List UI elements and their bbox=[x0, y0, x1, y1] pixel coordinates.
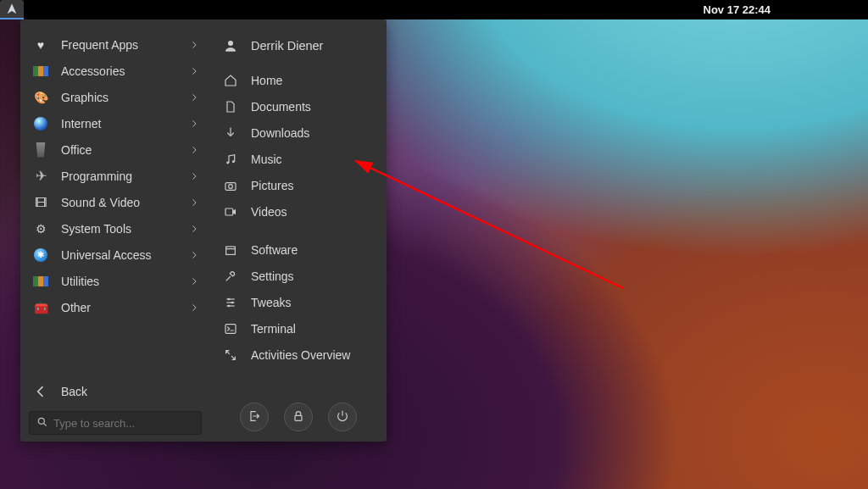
svg-rect-16 bbox=[225, 324, 236, 333]
place-documents[interactable]: Documents bbox=[214, 93, 383, 119]
item-label: Tweaks bbox=[251, 296, 291, 309]
category-other[interactable]: 🧰Other bbox=[24, 294, 207, 320]
category-label: Universal Access bbox=[61, 248, 152, 262]
svg-point-14 bbox=[231, 301, 234, 303]
category-universal-access[interactable]: Universal Access bbox=[24, 242, 207, 268]
svg-point-2 bbox=[228, 41, 233, 46]
category-label: Internet bbox=[61, 117, 101, 131]
doc-icon bbox=[222, 98, 239, 115]
svg-point-4 bbox=[232, 160, 235, 163]
user-name: Derrik Diener bbox=[251, 39, 323, 53]
user-row[interactable]: Derrik Diener bbox=[214, 31, 383, 60]
activities-button[interactable] bbox=[0, 0, 24, 19]
system-tweaks[interactable]: Tweaks bbox=[214, 289, 383, 315]
place-videos[interactable]: Videos bbox=[214, 198, 383, 225]
svg-point-3 bbox=[226, 161, 229, 164]
sliders-icon bbox=[222, 294, 239, 311]
power-icon bbox=[336, 409, 349, 425]
video-icon bbox=[222, 203, 239, 220]
category-programming[interactable]: ✈Programming bbox=[24, 163, 207, 189]
logout-icon bbox=[248, 409, 261, 425]
category-label: Sound & Video bbox=[61, 196, 140, 209]
item-label: Videos bbox=[251, 205, 287, 219]
category-internet[interactable]: Internet bbox=[24, 110, 207, 136]
swatch-icon bbox=[32, 63, 49, 80]
svg-rect-8 bbox=[226, 247, 236, 254]
chevron-right-icon bbox=[190, 38, 198, 52]
camera-icon bbox=[222, 177, 239, 194]
category-utilities[interactable]: Utilities bbox=[24, 268, 207, 294]
globe-icon bbox=[32, 115, 49, 132]
user-icon bbox=[222, 37, 239, 54]
item-label: Activities Overview bbox=[251, 348, 350, 362]
category-frequent-apps[interactable]: ♥Frequent Apps bbox=[24, 31, 207, 58]
wrench-icon bbox=[222, 268, 239, 285]
heart-icon: ♥ bbox=[32, 36, 49, 53]
svg-point-15 bbox=[228, 304, 231, 307]
category-graphics[interactable]: 🎨Graphics bbox=[24, 84, 207, 110]
chevron-right-icon bbox=[190, 222, 198, 236]
chevron-right-icon bbox=[190, 301, 198, 314]
clock[interactable]: Nov 17 22:44 bbox=[704, 3, 771, 16]
svg-line-1 bbox=[44, 423, 47, 425]
palette-icon: 🎨 bbox=[32, 89, 49, 106]
place-music[interactable]: Music bbox=[214, 146, 383, 172]
expand-icon bbox=[222, 347, 239, 364]
item-label: Terminal bbox=[251, 322, 296, 336]
places-column: Derrik Diener HomeDocumentsDownloadsMusi… bbox=[210, 19, 387, 442]
place-home[interactable]: Home bbox=[214, 67, 383, 93]
chevron-right-icon bbox=[190, 169, 198, 183]
item-label: Home bbox=[251, 74, 282, 87]
svg-rect-5 bbox=[225, 182, 236, 190]
back-button[interactable]: Back bbox=[24, 377, 207, 406]
chevron-right-icon bbox=[190, 196, 198, 209]
item-label: Downloads bbox=[251, 126, 309, 140]
ua-icon bbox=[32, 247, 49, 264]
search-box[interactable] bbox=[29, 411, 202, 435]
svg-point-0 bbox=[38, 418, 44, 424]
bin-icon bbox=[32, 142, 49, 158]
item-label: Documents bbox=[251, 100, 311, 114]
category-column: ♥Frequent AppsAccessories🎨GraphicsIntern… bbox=[20, 19, 210, 442]
place-downloads[interactable]: Downloads bbox=[214, 119, 383, 146]
category-label: Graphics bbox=[61, 91, 108, 104]
down-icon bbox=[222, 125, 239, 142]
lock-button[interactable] bbox=[284, 403, 313, 431]
item-label: Settings bbox=[251, 270, 294, 283]
search-input[interactable] bbox=[53, 417, 194, 430]
category-office[interactable]: Office bbox=[24, 136, 207, 163]
svg-point-6 bbox=[229, 184, 233, 188]
svg-rect-17 bbox=[295, 415, 302, 420]
category-sound-video[interactable]: 🎞Sound & Video bbox=[24, 189, 207, 215]
system-terminal[interactable]: Terminal bbox=[214, 315, 383, 342]
gear-icon: ⚙ bbox=[32, 220, 49, 237]
category-accessories[interactable]: Accessories bbox=[24, 58, 207, 84]
arch-logo-icon bbox=[5, 3, 19, 16]
power-button[interactable] bbox=[328, 403, 357, 431]
chevron-right-icon bbox=[190, 143, 198, 157]
category-label: Accessories bbox=[61, 64, 125, 78]
item-label: Pictures bbox=[251, 179, 294, 192]
chevron-right-icon bbox=[190, 91, 198, 104]
swatch-icon bbox=[32, 273, 49, 290]
back-icon bbox=[32, 383, 49, 400]
search-icon bbox=[36, 416, 48, 431]
plane-icon: ✈ bbox=[32, 168, 49, 185]
system-activities-overview[interactable]: Activities Overview bbox=[214, 342, 383, 368]
svg-rect-7 bbox=[225, 208, 233, 215]
system-settings[interactable]: Settings bbox=[214, 263, 383, 289]
place-pictures[interactable]: Pictures bbox=[214, 172, 383, 198]
tools-icon: 🧰 bbox=[32, 299, 49, 316]
category-label: Programming bbox=[61, 169, 132, 183]
chevron-right-icon bbox=[190, 64, 198, 78]
top-bar: Nov 17 22:44 bbox=[0, 0, 868, 19]
terminal-icon bbox=[222, 320, 239, 337]
gno-menu-panel: ♥Frequent AppsAccessories🎨GraphicsIntern… bbox=[20, 19, 387, 442]
item-label: Music bbox=[251, 153, 282, 166]
chevron-right-icon bbox=[190, 275, 198, 288]
category-system-tools[interactable]: ⚙System Tools bbox=[24, 215, 207, 242]
package-icon bbox=[222, 242, 239, 258]
logout-button[interactable] bbox=[240, 403, 269, 431]
category-label: Office bbox=[61, 143, 92, 157]
system-software[interactable]: Software bbox=[214, 236, 383, 263]
